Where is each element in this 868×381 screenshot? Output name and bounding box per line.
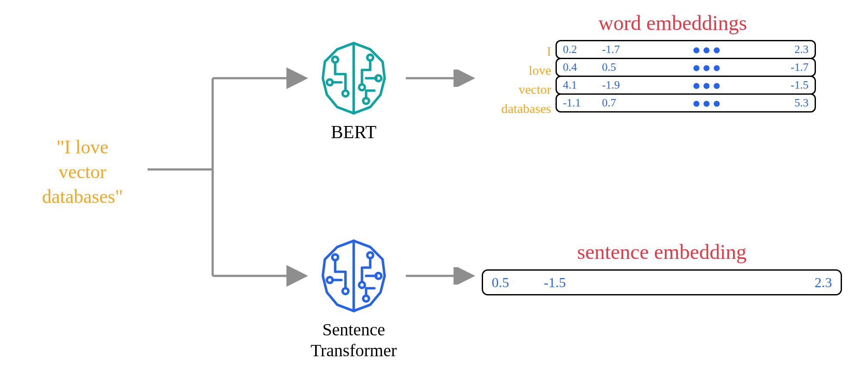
ellipsis-icon: ●●● — [641, 60, 774, 76]
word-label-1: love — [482, 61, 551, 80]
st-label-line-2: Transformer — [291, 340, 417, 361]
input-line-3: databases" — [17, 184, 148, 209]
cell: -1.9 — [602, 79, 641, 92]
matrix-row-1: 0.4 0.5 ●●● -1.7 — [556, 58, 816, 77]
word-embeddings-matrix: 0.2 -1.7 ●●● 2.3 0.4 0.5 ●●● -1.7 4.1 -1… — [556, 40, 816, 111]
word-embeddings-title: word embeddings — [521, 11, 825, 35]
svg-point-16 — [327, 277, 332, 283]
arrow-bert-output — [404, 70, 482, 87]
cell: 4.1 — [563, 79, 602, 92]
cell: -1.5 — [774, 79, 809, 92]
st-label-line-1: Sentence — [291, 319, 417, 340]
arrow-st-output — [404, 267, 482, 285]
cell: 5.3 — [774, 96, 809, 109]
cell: -1.7 — [774, 61, 809, 74]
cell: -1.5 — [544, 275, 596, 291]
matrix-row-0: 0.2 -1.7 ●●● 2.3 — [556, 40, 816, 59]
matrix-row-3: -1.1 0.7 ●●● 5.3 — [556, 93, 816, 113]
input-line-2: vector — [17, 159, 148, 184]
word-embeddings-labels: I love vector databases — [482, 42, 551, 118]
cell: -1.7 — [602, 43, 641, 56]
sentence-transformer-label: Sentence Transformer — [291, 319, 417, 361]
sentence-embedding-vector: 0.5 -1.5 2.3 — [482, 269, 842, 295]
matrix-row-2: 4.1 -1.9 ●●● -1.5 — [556, 76, 816, 95]
word-label-2: vector — [482, 80, 551, 99]
word-label-0: I — [482, 42, 551, 61]
svg-point-15 — [342, 288, 348, 294]
word-label-3: databases — [482, 99, 551, 118]
svg-point-10 — [375, 75, 381, 81]
cell: -1.1 — [563, 96, 602, 109]
cell: 0.2 — [563, 43, 602, 56]
branch-arrows — [135, 43, 321, 287]
ellipsis-icon: ●●● — [641, 42, 774, 58]
sentence-embedding-title: sentence embedding — [477, 240, 846, 264]
ellipsis-icon: ●●● — [641, 95, 774, 111]
ellipsis-icon: ●●● — [641, 77, 774, 93]
svg-point-7 — [327, 80, 332, 85]
svg-point-9 — [359, 84, 365, 90]
svg-point-18 — [359, 282, 365, 288]
cell: 0.4 — [563, 61, 602, 74]
input-sentence: "I love vector databases" — [17, 135, 148, 209]
svg-point-6 — [342, 91, 348, 96]
cell: 0.5 — [492, 275, 544, 291]
cell: 0.5 — [602, 61, 641, 74]
bert-brain-icon — [312, 37, 395, 119]
cell: 2.3 — [789, 275, 832, 291]
cell: 0.7 — [602, 96, 641, 109]
cell: 2.3 — [774, 43, 809, 56]
input-line-1: "I love — [17, 135, 148, 159]
bert-label: BERT — [312, 122, 395, 142]
svg-point-19 — [375, 273, 381, 278]
sentence-transformer-brain-icon — [312, 235, 395, 317]
